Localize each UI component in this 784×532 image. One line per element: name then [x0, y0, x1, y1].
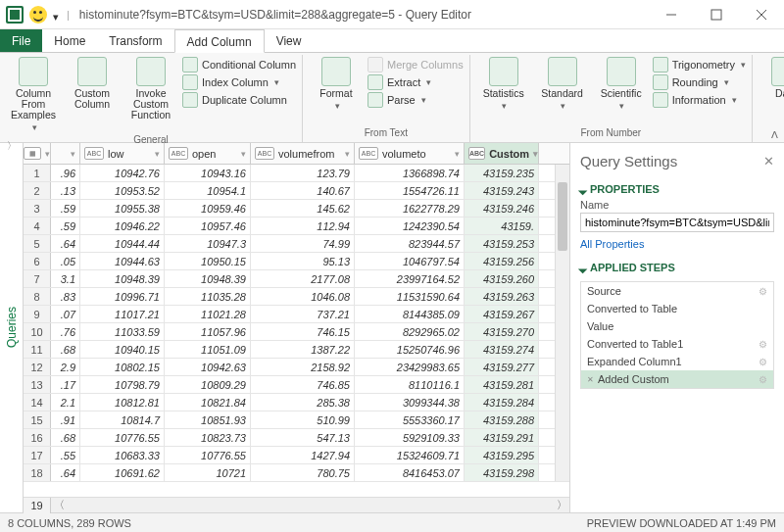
row-number[interactable]: 14 — [24, 394, 51, 411]
cell[interactable]: .64 — [51, 235, 80, 252]
index-column-button[interactable]: Index Column — [182, 74, 296, 90]
gear-icon[interactable]: ⚙ — [759, 286, 767, 297]
cell[interactable]: 10953.52 — [80, 182, 165, 199]
tab-add-column[interactable]: Add Column — [174, 29, 265, 53]
cell[interactable]: 510.99 — [251, 411, 355, 428]
cell[interactable]: 10683.33 — [80, 447, 165, 463]
maximize-button[interactable] — [694, 0, 739, 29]
col-header-low[interactable]: ABClow▾ — [80, 143, 165, 164]
table-row[interactable]: 142.110812.8110821.84285.383099344.38431… — [24, 394, 569, 411]
cell[interactable]: 11035.28 — [165, 288, 251, 305]
cell[interactable]: .55 — [51, 447, 80, 463]
cell[interactable]: 43159.295 — [465, 447, 539, 463]
minimize-button[interactable] — [649, 0, 694, 29]
cell[interactable]: 74.99 — [251, 235, 355, 252]
cell[interactable]: 23997164.52 — [355, 270, 465, 287]
parse-button[interactable]: Parse — [368, 92, 464, 108]
cell[interactable]: 1046797.54 — [355, 253, 465, 269]
table-row[interactable]: 9.0711017.2111021.28737.218144385.094315… — [24, 306, 569, 323]
table-row[interactable]: 3.5910955.3810959.46145.621622778.294315… — [24, 200, 569, 218]
scroll-left-button[interactable]: 〈 — [51, 498, 67, 512]
cell[interactable]: 15324609.71 — [355, 447, 465, 463]
row-number[interactable]: 13 — [24, 376, 51, 393]
cell[interactable]: 11021.28 — [165, 306, 251, 322]
tab-home[interactable]: Home — [42, 29, 97, 52]
table-row[interactable]: 5.6410944.4410947.374.99823944.5743159.2… — [24, 235, 569, 253]
cell[interactable]: 43159.263 — [465, 288, 539, 305]
cell[interactable]: 10959.46 — [165, 200, 251, 217]
cell[interactable]: 10944.63 — [80, 253, 165, 269]
cell[interactable]: 43159.253 — [465, 235, 539, 252]
cell[interactable]: 10776.55 — [80, 429, 165, 446]
cell[interactable]: 43159.281 — [465, 376, 539, 393]
cell[interactable]: 10776.55 — [165, 447, 251, 463]
all-properties-link[interactable]: All Properties — [580, 238, 774, 250]
standard-button[interactable]: Standard — [535, 57, 590, 112]
cell[interactable]: 10814.7 — [80, 411, 165, 428]
gear-icon[interactable]: ⚙ — [759, 339, 767, 350]
row-number[interactable]: 17 — [24, 447, 51, 463]
cell[interactable]: 10948.39 — [80, 270, 165, 287]
cell[interactable]: 10948.39 — [165, 270, 251, 287]
row-number[interactable]: 3 — [24, 200, 51, 217]
cell[interactable]: 43159.260 — [465, 270, 539, 287]
scroll-right-button[interactable]: 〉 — [554, 498, 569, 512]
table-row[interactable]: 13.1710798.7910809.29746.858110116.14315… — [24, 376, 569, 394]
close-button[interactable] — [739, 0, 784, 29]
cell[interactable]: 10802.15 — [80, 359, 165, 375]
cell[interactable]: 11033.59 — [80, 323, 165, 340]
table-row[interactable]: 6.0510944.6310950.1595.131046797.5443159… — [24, 253, 569, 270]
feedback-icon[interactable] — [29, 6, 47, 24]
col-header-volumeto[interactable]: ABCvolumeto▾ — [355, 143, 465, 164]
tab-transform[interactable]: Transform — [97, 29, 173, 52]
table-row[interactable]: 15.9110814.710851.93510.995553360.174315… — [24, 411, 569, 429]
cell[interactable]: 8292965.02 — [355, 323, 465, 340]
cell[interactable]: 3099344.38 — [355, 394, 465, 411]
cell[interactable]: 43159.284 — [465, 394, 539, 411]
cell[interactable]: 3.1 — [51, 270, 80, 287]
table-row[interactable]: 17.5510683.3310776.551427.9415324609.714… — [24, 447, 569, 464]
row-number[interactable]: 1 — [24, 165, 51, 181]
custom-column-button[interactable]: Custom Column — [65, 57, 120, 110]
cell[interactable]: 112.94 — [251, 218, 355, 234]
table-row[interactable]: 11.6810940.1511051.091387.2215250746.964… — [24, 341, 569, 359]
cell[interactable]: 10798.79 — [80, 376, 165, 393]
cell[interactable]: 1242390.54 — [355, 218, 465, 234]
tab-view[interactable]: View — [265, 29, 314, 52]
cell[interactable]: 145.62 — [251, 200, 355, 217]
table-row[interactable]: 4.5910946.2210957.46112.941242390.544315… — [24, 218, 569, 235]
cell[interactable]: 43159.274 — [465, 341, 539, 358]
cell[interactable]: 8144385.09 — [355, 306, 465, 322]
step-converted-to-table1[interactable]: Converted to Table1⚙ — [581, 335, 773, 353]
table-row[interactable]: 8.8310996.7111035.281046.0811531590.6443… — [24, 288, 569, 306]
extract-button[interactable]: Extract — [368, 74, 464, 90]
cell[interactable]: 746.85 — [251, 376, 355, 393]
row-number[interactable]: 8 — [24, 288, 51, 305]
vertical-scrollbar[interactable] — [555, 165, 569, 481]
cell[interactable]: .17 — [51, 376, 80, 393]
cell[interactable]: 10955.38 — [80, 200, 165, 217]
cell[interactable]: 43159.267 — [465, 306, 539, 322]
cell[interactable]: .83 — [51, 288, 80, 305]
cell[interactable]: 43159. — [465, 218, 539, 234]
gear-icon[interactable]: ⚙ — [759, 357, 767, 367]
step-source[interactable]: Source⚙ — [581, 282, 773, 300]
cell[interactable]: 11051.09 — [165, 341, 251, 358]
cell[interactable]: .64 — [51, 464, 80, 481]
cell[interactable]: 2158.92 — [251, 359, 355, 375]
cell[interactable]: 10812.81 — [80, 394, 165, 411]
cell[interactable]: 95.13 — [251, 253, 355, 269]
row-number[interactable]: 9 — [24, 306, 51, 322]
row-number[interactable]: 4 — [24, 218, 51, 234]
cell[interactable]: 43159.288 — [465, 411, 539, 428]
cell[interactable]: 1622778.29 — [355, 200, 465, 217]
cell[interactable]: 1366898.74 — [355, 165, 465, 181]
cell[interactable]: 823944.57 — [355, 235, 465, 252]
col-header-open[interactable]: ABCopen▾ — [165, 143, 251, 164]
cell[interactable]: 5553360.17 — [355, 411, 465, 428]
cell[interactable]: .96 — [51, 165, 80, 181]
section-properties[interactable]: PROPERTIES — [580, 183, 774, 195]
cell[interactable]: .59 — [51, 218, 80, 234]
cell[interactable]: 737.21 — [251, 306, 355, 322]
cell[interactable]: 2177.08 — [251, 270, 355, 287]
